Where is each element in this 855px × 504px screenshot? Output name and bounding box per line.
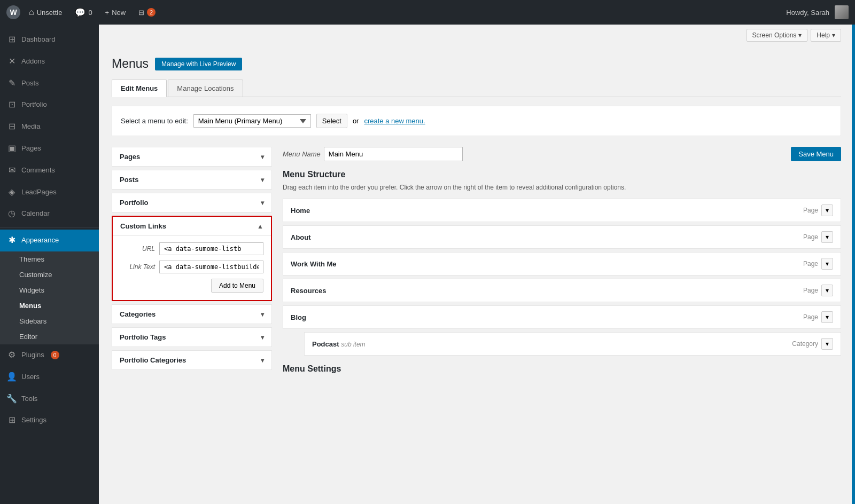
right-panel: Menu Name Save Menu Menu Structure Drag … [283,147,841,374]
sidebar-item-comments[interactable]: ✉ Comments [0,160,99,182]
submenu-editor[interactable]: Editor [0,329,99,344]
submenu-customize[interactable]: Customize [0,267,99,282]
posts-icon: ✎ [6,78,17,89]
select-menu-button[interactable]: Select [316,114,347,128]
menu-item-about-name: About [291,233,311,241]
comments-menu-icon: ✉ [6,165,17,176]
pages-icon: ▣ [6,143,17,154]
sidebar-item-pages[interactable]: ▣ Pages [0,138,99,160]
tab-manage-locations[interactable]: Manage Locations [168,80,243,97]
accordion-pages-arrow: ▾ [261,153,264,161]
accordion-categories-header[interactable]: Categories ▾ [112,305,271,324]
menu-item-about[interactable]: About Page ▾ [283,225,841,249]
adminbar-howdy: Howdy, Sarah [786,9,829,17]
adminbar-avatar [835,5,849,19]
menu-item-home-toggle[interactable]: ▾ [821,204,833,216]
menu-name-label: Menu Name [283,150,321,158]
menu-item-home-name: Home [291,207,310,215]
sidebar-item-portfolio[interactable]: ⊡ Portfolio [0,94,99,116]
main-content: Screen Options ▾ Help ▾ Menus Manage wit… [99,25,852,504]
plus-icon: + [105,9,110,17]
accordion-posts-header[interactable]: Posts ▾ [112,170,271,189]
sidebar-item-leadpages[interactable]: ◈ LeadPages [0,182,99,203]
accordion-custom-links: Custom Links ▲ URL Link Text [112,216,272,301]
accordion-portfolio-categories-header[interactable]: Portfolio Categories ▾ [112,351,271,369]
submenu-themes[interactable]: Themes [0,251,99,267]
tab-edit-menus[interactable]: Edit Menus [112,80,167,97]
sidebar-item-media[interactable]: ⊟ Media [0,116,99,138]
menu-item-home[interactable]: Home Page ▾ [283,199,841,222]
tab-navigation: Edit Menus Manage Locations [112,80,841,97]
sidebar-item-settings[interactable]: ⊞ Settings [0,410,99,431]
menu-item-resources-toggle[interactable]: ▾ [821,285,833,296]
menu-name-group: Menu Name [283,147,463,161]
accordion-pages-header[interactable]: Pages ▾ [112,147,271,166]
sidebar-item-plugins[interactable]: ⚙ Plugins 0 [0,344,99,366]
accordion-portfolio-header[interactable]: Portfolio ▾ [112,193,271,212]
sidebar-item-dashboard[interactable]: ⊞ Dashboard [0,29,99,51]
adminbar-plugins[interactable]: ⊟ 2 [134,0,160,25]
submenu-sidebars[interactable]: Sidebars [0,313,99,329]
menu-item-resources-name: Resources [291,287,326,295]
menu-item-blog-toggle[interactable]: ▾ [821,311,833,323]
chevron-down-icon: ▾ [798,32,802,39]
menu-item-wwm-type: Page [803,260,818,267]
menu-item-resources[interactable]: Resources Page ▾ [283,279,841,302]
portfolio-icon: ⊡ [6,99,17,111]
media-icon: ⊟ [6,121,17,132]
accordion-posts-arrow: ▾ [261,176,264,184]
adminbar-new[interactable]: + New [101,0,130,25]
page-header: Menus Manage with Live Preview [112,52,841,71]
menu-item-home-right: Page ▾ [803,204,833,216]
sidebar-item-calendar[interactable]: ◷ Calendar [0,203,99,225]
menu-select-dropdown[interactable]: Main Menu (Primary Menu) [193,114,311,128]
link-text-input[interactable] [159,261,263,273]
sidebar-item-tools[interactable]: 🔧 Tools [0,388,99,410]
accordion-categories: Categories ▾ [112,304,272,324]
url-input[interactable] [159,242,263,255]
accordion-posts: Posts ▾ [112,170,272,190]
sidebar-item-users[interactable]: 👤 Users [0,366,99,388]
accordion-portfolio-categories-arrow: ▾ [261,357,264,364]
menu-item-blog-type: Page [803,313,818,321]
menu-item-wwm-right: Page ▾ [803,258,833,270]
submenu-widgets[interactable]: Widgets [0,282,99,298]
menu-item-resources-type: Page [803,287,818,294]
wp-logo[interactable]: W [6,5,20,19]
accordion-pages: Pages ▾ [112,147,272,167]
menu-item-work-with-me[interactable]: Work With Me Page ▾ [283,252,841,275]
left-panel: Pages ▾ Posts ▾ Portfoli [112,147,272,373]
save-menu-button[interactable]: Save Menu [791,147,841,161]
accordion-portfolio-categories: Portfolio Categories ▾ [112,350,272,370]
add-to-menu-button[interactable]: Add to Menu [211,279,263,293]
sidebar-item-addons[interactable]: ✕ Addons [0,51,99,73]
menu-item-wwm-toggle[interactable]: ▾ [821,258,833,270]
submenu-menus[interactable]: Menus [0,298,99,313]
accordion-custom-links-header[interactable]: Custom Links ▲ [113,217,271,235]
adminbar-comments[interactable]: 💬 0 [71,0,96,25]
accordion-categories-arrow: ▾ [261,311,264,318]
comments-icon: 💬 [75,7,86,18]
plugins-menu-icon: ⚙ [6,350,17,361]
users-icon: 👤 [6,372,17,383]
menu-item-podcast[interactable]: Podcast sub item Category ▾ [304,332,841,356]
create-new-menu-link[interactable]: create a new menu. [364,117,425,125]
addons-icon: ✕ [6,56,17,67]
live-preview-button[interactable]: Manage with Live Preview [155,58,242,70]
sidebar-item-appearance[interactable]: ✱ Appearance [0,230,99,251]
menu-item-podcast-toggle[interactable]: ▾ [821,338,833,350]
accordion-portfolio-tags: Portfolio Tags ▾ [112,327,272,347]
accordion-portfolio-tags-header[interactable]: Portfolio Tags ▾ [112,328,271,346]
accordion-custom-links-arrow: ▲ [257,223,263,230]
accordion-portfolio: Portfolio ▾ [112,193,272,212]
sidebar-item-posts[interactable]: ✎ Posts [0,73,99,94]
adminbar-site-name[interactable]: ⌂ Unsettle [25,0,66,25]
help-button[interactable]: Help ▾ [811,29,841,42]
accordion-portfolio-arrow: ▾ [261,199,264,207]
menus-content: Pages ▾ Posts ▾ Portfoli [112,147,841,374]
menu-name-input[interactable] [324,147,463,161]
menu-item-blog[interactable]: Blog Page ▾ [283,305,841,329]
menu-item-about-type: Page [803,233,818,241]
screen-options-button[interactable]: Screen Options ▾ [747,29,808,42]
menu-item-about-toggle[interactable]: ▾ [821,231,833,243]
